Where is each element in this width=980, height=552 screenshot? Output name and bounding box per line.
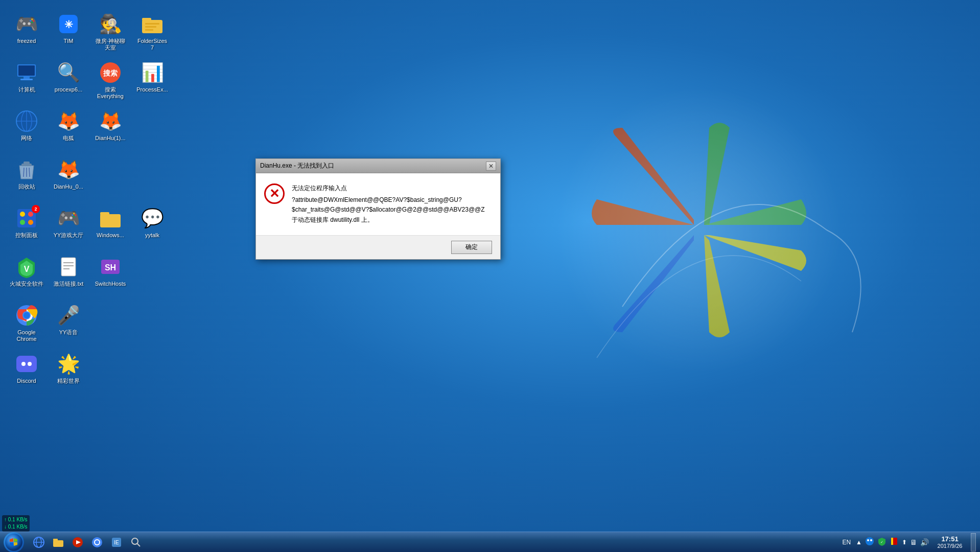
svg-line-21: [24, 168, 24, 177]
svg-text:✳: ✳: [64, 19, 73, 30]
svg-point-0: [556, 87, 842, 373]
desktop-icon-huocheng[interactable]: V 火城安全软件: [6, 251, 47, 290]
svg-point-18: [17, 112, 36, 130]
desktop-icon-discord[interactable]: Discord: [6, 349, 47, 387]
dialog-titlebar: DianHu.exe - 无法找到入口 ✕: [256, 159, 500, 173]
dialog-message-line1: 无法定位程序输入点: [292, 183, 492, 193]
tray-language[interactable]: EN: [840, 539, 853, 546]
desktop-icon-quicklink[interactable]: 激活链接.txt: [48, 251, 89, 290]
svg-rect-7: [145, 29, 153, 31]
desktop-icon-windows-folder[interactable]: Windows...: [90, 203, 131, 242]
taskbar-ie[interactable]: [30, 533, 48, 551]
icon-label-jingcai: 精彩世界: [57, 378, 80, 384]
tray-shield[interactable]: ✓: [876, 536, 888, 549]
icon-label-freezed: freezed: [17, 38, 36, 44]
tray-monitor[interactable]: 🖥: [909, 537, 918, 547]
svg-point-61: [867, 539, 869, 541]
upload-speed: ↑ 0.1 KB/s: [4, 516, 28, 523]
svg-point-60: [866, 537, 874, 545]
svg-point-44: [28, 362, 32, 366]
svg-text:搜索: 搜索: [103, 69, 118, 77]
svg-point-62: [870, 539, 872, 541]
desktop-icon-yygame[interactable]: 🎮 YY游戏大厅: [48, 203, 89, 242]
tray-expand[interactable]: ▲: [855, 538, 863, 547]
desktop-icon-processex[interactable]: 📊 ProcessEx...: [132, 57, 173, 96]
icon-label-network: 网络: [21, 135, 32, 142]
icon-label-processex: ProcessEx...: [136, 86, 168, 93]
desktop-icon-chrome[interactable]: Google Chrome: [6, 300, 47, 346]
svg-rect-9: [18, 65, 35, 76]
desktop-icon-recycle[interactable]: 回收站: [6, 154, 47, 193]
desktop-icon-procexp[interactable]: 🔍 procexp6...: [48, 57, 89, 96]
desktop-icon-computer[interactable]: 计算机: [6, 57, 47, 96]
desktop-icon-yyyuyin[interactable]: 🎤 YY语音: [48, 300, 89, 339]
dialog-close-button[interactable]: ✕: [486, 162, 496, 171]
windows-logo-bg: [520, 51, 878, 409]
desktop-icon-jingcai[interactable]: 🌟 精彩世界: [48, 349, 89, 387]
desktop-icon-switchhosts[interactable]: SH SwitchHosts: [90, 251, 131, 290]
dialog-ok-button[interactable]: 确定: [451, 241, 492, 254]
desktop-icon-dianhu1[interactable]: 🦊 DianHu(1)...: [90, 106, 131, 145]
start-button[interactable]: [0, 532, 28, 553]
icon-label-yytalk: yytalk: [145, 232, 159, 239]
svg-rect-49: [53, 540, 63, 547]
svg-rect-11: [20, 79, 33, 80]
svg-rect-65: [891, 538, 893, 545]
svg-rect-5: [145, 23, 159, 25]
tray-arrow-up[interactable]: ⬆: [901, 538, 908, 547]
start-orb: [4, 532, 24, 553]
dialog-footer: 确定: [256, 235, 500, 259]
svg-point-55: [95, 540, 99, 544]
tray-flag[interactable]: [889, 536, 900, 549]
svg-text:IE: IE: [114, 540, 119, 545]
svg-rect-29: [100, 214, 121, 227]
svg-rect-20: [24, 162, 30, 164]
desktop-icon-freezed[interactable]: 🎮 freezed: [6, 9, 47, 48]
desktop-icon-firefox[interactable]: 🦊 电狐: [48, 106, 89, 145]
icon-label-switchhosts: SwitchHosts: [95, 281, 126, 287]
tray-volume[interactable]: 🔊: [919, 537, 930, 547]
svg-point-27: [20, 220, 25, 225]
tray-area: ▲ ✓: [855, 536, 930, 549]
svg-rect-50: [53, 539, 58, 541]
clock-area[interactable]: 17:51 2017/9/26: [932, 534, 968, 550]
svg-point-58: [132, 538, 138, 544]
svg-point-43: [21, 362, 26, 366]
taskbar-items: IE: [28, 532, 836, 552]
svg-text:SH: SH: [105, 263, 116, 272]
taskbar-unknown[interactable]: IE: [107, 533, 126, 551]
desktop-icon-foldersizes[interactable]: FolderSizes7: [132, 9, 173, 54]
svg-rect-42: [16, 356, 37, 372]
error-dialog[interactable]: DianHu.exe - 无法找到入口 ✕ ✕ 无法定位程序输入点 ?attri…: [255, 158, 501, 260]
icon-label-recycle: 回收站: [18, 183, 35, 190]
icon-label-chrome: Google Chrome: [8, 329, 45, 342]
taskbar-chrome[interactable]: [88, 533, 106, 551]
icon-label-quicklink: 激活链接.txt: [54, 281, 84, 287]
icon-label-discord: Discord: [17, 378, 36, 384]
svg-rect-4: [142, 18, 151, 21]
icon-label-dianhu1: DianHu(1)...: [95, 135, 125, 142]
show-desktop-button[interactable]: [971, 533, 976, 551]
desktop-icon-weifang[interactable]: 🕵️ 微房·神秘聊天室: [90, 9, 131, 54]
desktop-icon-everything[interactable]: 搜索 搜索Everything: [90, 57, 131, 103]
icon-label-yygame: YY游戏大厅: [54, 232, 84, 239]
taskbar-explorer[interactable]: [49, 533, 67, 551]
desktop-icon-tim[interactable]: ✳ TIM: [48, 9, 89, 48]
desktop-icon-dianhu0[interactable]: 🦊 DianHu_0...: [48, 154, 89, 193]
svg-line-23: [29, 168, 30, 177]
tray-qq[interactable]: [864, 536, 875, 549]
desktop-icon-yytalk[interactable]: 💬 yytalk: [132, 203, 173, 242]
svg-rect-32: [61, 258, 76, 276]
svg-point-41: [24, 312, 30, 318]
taskbar-media[interactable]: [68, 533, 87, 551]
net-speed-widget: ↑ 0.1 KB/s ↓ 0.1 KB/s: [2, 515, 30, 532]
icon-label-weifang: 微房·神秘聊天室: [96, 38, 125, 51]
svg-rect-30: [100, 212, 109, 215]
desktop-icon-network[interactable]: 网络: [6, 106, 47, 145]
taskbar-search[interactable]: [127, 533, 145, 551]
icon-label-tim: TIM: [64, 38, 74, 44]
language-label: EN: [842, 539, 851, 546]
taskbar-right: EN ▲ ✓: [836, 532, 980, 552]
clock-time: 17:51: [941, 535, 958, 543]
desktop-icon-controlpanel[interactable]: 2 控制面板: [6, 203, 47, 242]
